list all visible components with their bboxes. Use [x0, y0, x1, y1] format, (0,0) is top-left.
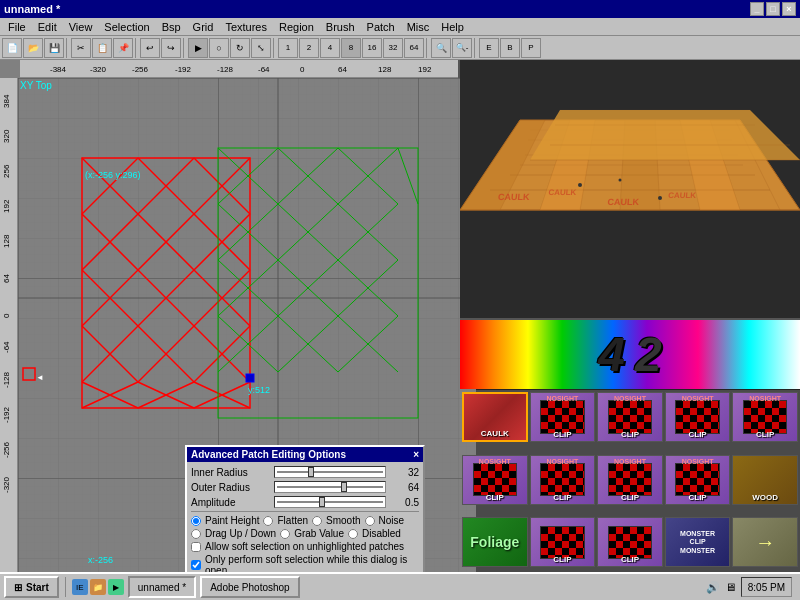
tex-monster[interactable]: MONSTERCLIPMONSTER [665, 517, 731, 567]
tb-grid1[interactable]: 1 [278, 38, 298, 58]
menu-selection[interactable]: Selection [98, 20, 155, 34]
check-soft-select-open[interactable] [191, 560, 201, 570]
tb-grid8[interactable]: 8 [341, 38, 361, 58]
tray-volume[interactable]: 🔊 [705, 579, 721, 595]
minimize-button[interactable]: _ [750, 2, 764, 16]
start-button[interactable]: ⊞ Start [4, 576, 59, 598]
tex-clip-1[interactable]: NOSIGHT CLIP [530, 392, 596, 442]
tex-clip-8-label: CLIP [666, 493, 730, 502]
ruler-horizontal: -384 -320 -256 -192 -128 -64 0 64 128 19… [20, 60, 458, 78]
texture-preview: 4 2 [460, 320, 800, 390]
tex-clip-6[interactable]: NOSIGHT CLIP [530, 455, 596, 505]
amplitude-slider[interactable] [274, 496, 386, 508]
tex-clip-7[interactable]: NOSIGHT CLIP [597, 455, 663, 505]
radio-disabled[interactable] [348, 529, 358, 539]
menu-region[interactable]: Region [273, 20, 320, 34]
tb-redo[interactable]: ↪ [161, 38, 181, 58]
tb-grid32[interactable]: 32 [383, 38, 403, 58]
tb-select[interactable]: ▶ [188, 38, 208, 58]
svg-text:-256: -256 [132, 65, 149, 74]
radio-row-1: Paint Height Flatten Smooth Noise [191, 515, 419, 526]
tex-clip-1-nosight: NOSIGHT [531, 395, 595, 402]
radio-noise-label: Noise [379, 515, 405, 526]
radio-smooth[interactable] [312, 516, 322, 526]
tb-entity[interactable]: E [479, 38, 499, 58]
tex-foliage[interactable]: Foliage [462, 517, 528, 567]
radio-grab-value[interactable] [280, 529, 290, 539]
menu-grid[interactable]: Grid [187, 20, 220, 34]
viewport-3d[interactable]: CAULK CAULK CAULK CAULK [460, 60, 800, 320]
svg-text:CAULK: CAULK [498, 192, 531, 202]
system-clock: 8:05 PM [741, 577, 792, 597]
tex-clip-9-label: CLIP [531, 555, 595, 564]
viewport-2d[interactable]: -384 -320 -256 -192 -128 -64 0 64 128 19… [0, 60, 460, 580]
tex-clip-3[interactable]: NOSIGHT CLIP [665, 392, 731, 442]
radio-flatten[interactable] [263, 516, 273, 526]
radio-noise[interactable] [365, 516, 375, 526]
tb-zoom-in[interactable]: 🔍 [431, 38, 451, 58]
tex-arrow[interactable]: → [732, 517, 798, 567]
tex-caulk[interactable]: CAULK [462, 392, 528, 442]
svg-text:64: 64 [2, 274, 11, 283]
menu-misc[interactable]: Misc [401, 20, 436, 34]
tex-clip-2[interactable]: NOSIGHT CLIP [597, 392, 663, 442]
tb-deselect[interactable]: ○ [209, 38, 229, 58]
menu-file[interactable]: File [2, 20, 32, 34]
start-icon: ⊞ [14, 582, 22, 593]
ql-icon3[interactable]: ▶ [108, 579, 124, 595]
check-soft-select[interactable] [191, 542, 201, 552]
menu-view[interactable]: View [63, 20, 99, 34]
tb-grid64[interactable]: 64 [404, 38, 424, 58]
inner-radius-slider[interactable] [274, 466, 386, 478]
menu-patch[interactable]: Patch [361, 20, 401, 34]
svg-text:-128: -128 [217, 65, 234, 74]
menu-brush[interactable]: Brush [320, 20, 361, 34]
radio-drag-up-down[interactable] [191, 529, 201, 539]
tb-new[interactable]: 📄 [2, 38, 22, 58]
ql-icon1[interactable]: IE [72, 579, 88, 595]
tb-grid16[interactable]: 16 [362, 38, 382, 58]
ql-icon2[interactable]: 📁 [90, 579, 106, 595]
tex-clip-10[interactable]: CLIP [597, 517, 663, 567]
tb-rotate[interactable]: ↻ [230, 38, 250, 58]
tb-brush[interactable]: B [500, 38, 520, 58]
ruler-vertical: 384 320 256 192 128 64 0 -64 -128 -192 -… [0, 78, 18, 580]
svg-rect-0 [20, 60, 458, 78]
tray-network[interactable]: 🖥 [723, 579, 739, 595]
preview-num1: 4 [598, 327, 625, 382]
menu-textures[interactable]: Textures [219, 20, 273, 34]
patch-dialog-close[interactable]: × [413, 449, 419, 460]
tex-clip-8[interactable]: NOSIGHT CLIP [665, 455, 731, 505]
tex-wood[interactable]: WOOD [732, 455, 798, 505]
radio-drag-label: Drag Up / Down [205, 528, 276, 539]
radio-paint-height[interactable] [191, 516, 201, 526]
task-unnamed-label: unnamed * [138, 582, 186, 593]
tb-zoom-out[interactable]: 🔍- [452, 38, 472, 58]
tex-clip-5-label: CLIP [463, 493, 527, 502]
maximize-button[interactable]: □ [766, 2, 780, 16]
patch-dialog-title[interactable]: Advanced Patch Editing Options × [187, 447, 423, 462]
preview-num2: 2 [635, 327, 662, 382]
tb-scale[interactable]: ⤡ [251, 38, 271, 58]
tb-grid2[interactable]: 2 [299, 38, 319, 58]
tb-grid4[interactable]: 4 [320, 38, 340, 58]
tb-patch[interactable]: P [521, 38, 541, 58]
title-text: unnamed * [4, 3, 60, 15]
menu-bsp[interactable]: Bsp [156, 20, 187, 34]
tb-cut[interactable]: ✂ [71, 38, 91, 58]
tb-copy[interactable]: 📋 [92, 38, 112, 58]
menu-help[interactable]: Help [435, 20, 470, 34]
tb-save[interactable]: 💾 [44, 38, 64, 58]
task-unnamed[interactable]: unnamed * [128, 576, 196, 598]
outer-radius-slider[interactable] [274, 481, 386, 493]
tex-clip-4[interactable]: NOSIGHT CLIP [732, 392, 798, 442]
task-photoshop[interactable]: Adobe Photoshop [200, 576, 300, 598]
close-button[interactable]: × [782, 2, 796, 16]
tb-open[interactable]: 📂 [23, 38, 43, 58]
svg-text:-192: -192 [2, 406, 11, 423]
tb-undo[interactable]: ↩ [140, 38, 160, 58]
tex-clip-9[interactable]: CLIP [530, 517, 596, 567]
tb-paste[interactable]: 📌 [113, 38, 133, 58]
menu-edit[interactable]: Edit [32, 20, 63, 34]
tex-clip-5[interactable]: NOSIGHT CLIP [462, 455, 528, 505]
